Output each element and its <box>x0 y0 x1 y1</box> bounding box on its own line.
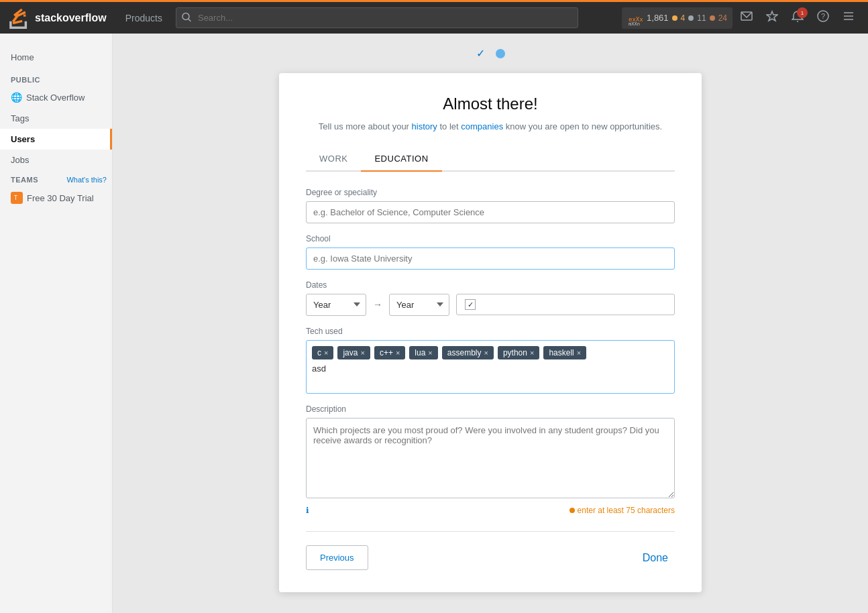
page-layout: Home PUBLIC 🌐 Stack Overflow Tags Users … <box>0 34 868 613</box>
tech-tag-haskell-remove[interactable]: × <box>577 349 581 357</box>
notification-badge: 1 <box>797 7 808 18</box>
previous-button[interactable]: Previous <box>306 545 368 570</box>
tech-tag-assembly: assembly × <box>442 346 494 359</box>
globe-icon: 🌐 <box>11 92 22 103</box>
user-reputation-block[interactable]: exXx mXXn 1,861 4 11 24 <box>622 7 733 29</box>
tech-tag-cpp-remove[interactable]: × <box>396 349 400 357</box>
tabs-row: WORK EDUCATION <box>306 147 675 172</box>
school-label: School <box>306 234 675 243</box>
tech-tag-assembly-remove[interactable]: × <box>484 349 488 357</box>
whats-this-link[interactable]: What's this? <box>66 176 107 184</box>
sidebar-item-jobs[interactable]: Jobs <box>0 150 112 170</box>
present-checkbox[interactable]: ✓ <box>465 299 476 310</box>
footer-buttons: Previous Done <box>306 545 675 571</box>
gold-badge-count: 4 <box>681 13 686 23</box>
tech-tag-lua: lua × <box>409 346 437 359</box>
search-bar <box>176 7 578 28</box>
description-hint: ℹ enter at least 75 characters <box>306 503 675 518</box>
user-avatar-icon: exXx mXXn <box>627 10 643 26</box>
svg-text:?: ? <box>821 12 825 20</box>
school-input[interactable] <box>306 247 675 270</box>
help-button[interactable]: ? <box>812 6 834 30</box>
tech-tag-haskell: haskell × <box>543 346 586 359</box>
form-divider <box>306 531 675 532</box>
sidebar-item-tags[interactable]: Tags <box>0 108 112 129</box>
gold-badge-dot <box>672 15 677 21</box>
info-icon: ℹ <box>306 506 309 515</box>
tech-tag-c: c × <box>312 346 333 359</box>
tech-tag-input[interactable] <box>312 364 425 374</box>
modal-subtitle: Tell us more about your history to let c… <box>306 120 675 133</box>
tech-label: Tech used <box>306 327 675 336</box>
step2-active-dot <box>496 49 505 58</box>
description-label: Description <box>306 404 675 414</box>
tech-tag-python-label: python <box>503 348 527 357</box>
svg-line-1 <box>188 19 191 21</box>
tech-tag-c-label: c <box>317 348 321 357</box>
teams-section-header: TEAMS What's this? <box>0 170 112 186</box>
products-menu-button[interactable]: Products <box>117 7 170 29</box>
stackoverflow-logo-icon <box>8 7 30 29</box>
description-textarea[interactable] <box>306 418 675 498</box>
sidebar-item-users[interactable]: Users <box>0 129 112 150</box>
degree-field-group: Degree or speciality <box>306 188 675 223</box>
school-field-group: School <box>306 234 675 270</box>
history-link[interactable]: history <box>412 121 437 131</box>
degree-input[interactable] <box>306 201 675 223</box>
date-arrow: → <box>373 299 382 310</box>
sidebar-item-free-trial[interactable]: T Free 30 Day Trial <box>0 186 112 209</box>
sidebar-item-stackoverflow[interactable]: 🌐 Stack Overflow <box>0 87 112 108</box>
tech-tag-java-remove[interactable]: × <box>360 349 364 357</box>
tech-tags-container[interactable]: c × java × c++ × lua × <box>306 340 675 394</box>
sidebar: Home PUBLIC 🌐 Stack Overflow Tags Users … <box>0 34 113 613</box>
nav-right: exXx mXXn 1,861 4 11 24 1 ? <box>622 6 860 30</box>
tech-tag-c-remove[interactable]: × <box>324 349 328 357</box>
search-input[interactable] <box>176 7 578 28</box>
tech-tag-python-remove[interactable]: × <box>530 349 534 357</box>
svg-text:mXXn: mXXn <box>629 21 640 26</box>
tags-label: Tags <box>11 113 29 123</box>
char-hint: enter at least 75 characters <box>569 506 675 515</box>
free-trial-label: Free 30 Day Trial <box>27 193 94 203</box>
dates-field-group: Dates Year → Year ✓ <box>306 280 675 316</box>
stackoverflow-label: Stack Overflow <box>26 93 85 103</box>
search-icon <box>182 12 191 23</box>
tech-tag-python: python × <box>498 346 539 359</box>
svg-marker-6 <box>767 11 777 21</box>
inbox-button[interactable] <box>735 6 758 30</box>
users-label: Users <box>11 134 35 144</box>
modal-card: Almost there! Tell us more about your hi… <box>279 73 702 592</box>
present-checkbox-container[interactable]: ✓ <box>456 294 675 315</box>
hint-dot <box>569 508 575 513</box>
site-logo[interactable]: stackoverflow <box>8 7 107 29</box>
tech-tag-lua-remove[interactable]: × <box>428 349 432 357</box>
dates-label: Dates <box>306 280 675 290</box>
jobs-label: Jobs <box>11 155 29 165</box>
modal-title: Almost there! <box>306 95 675 113</box>
description-field-group: Description ℹ enter at least 75 characte… <box>306 404 675 518</box>
step1-check-icon: ✓ <box>476 47 485 60</box>
end-year-select[interactable]: Year <box>389 294 449 316</box>
sidebar-item-home[interactable]: Home <box>0 47 112 68</box>
hint-text-label: enter at least 75 characters <box>578 506 675 515</box>
degree-label: Degree or speciality <box>306 188 675 197</box>
public-section-label: PUBLIC <box>0 68 112 87</box>
svg-text:T: T <box>14 195 17 201</box>
tech-tag-java-label: java <box>343 348 358 357</box>
companies-link[interactable]: companies <box>461 121 503 131</box>
tab-work[interactable]: WORK <box>306 147 361 172</box>
notifications-button[interactable]: 1 <box>786 6 809 30</box>
tech-used-field-group: Tech used c × java × c++ × lua <box>306 327 675 394</box>
tech-tag-java: java × <box>337 346 370 359</box>
logo-text: stackoverflow <box>35 13 107 23</box>
tech-tag-lua-label: lua <box>415 348 425 357</box>
achievements-button[interactable] <box>761 6 783 30</box>
home-label: Home <box>11 52 34 62</box>
site-switcher-button[interactable] <box>837 6 860 30</box>
progress-indicator: ✓ <box>476 47 505 60</box>
done-button[interactable]: Done <box>636 545 675 571</box>
tab-education[interactable]: EDUCATION <box>361 147 441 172</box>
tech-tag-haskell-label: haskell <box>549 348 574 357</box>
start-year-select[interactable]: Year <box>306 294 366 316</box>
silver-badge-count: 11 <box>697 13 706 23</box>
